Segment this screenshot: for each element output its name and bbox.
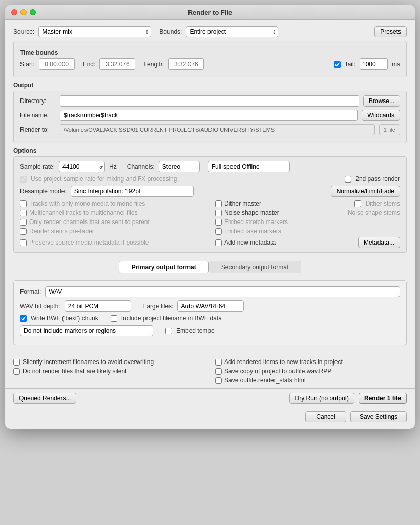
filename-input[interactable]	[60, 110, 358, 121]
add-rendered-checkbox[interactable]	[215, 359, 222, 366]
save-stats-row: Save outfile.render_stats.html	[215, 377, 407, 384]
noise-shape-master-checkbox[interactable]	[215, 210, 222, 216]
source-select[interactable]: Master mix	[38, 26, 151, 37]
save-copy-row: Save copy of project to outfile.wav.RPP	[215, 368, 407, 375]
start-input[interactable]	[39, 58, 75, 70]
secondary-format-tab[interactable]: Secondary output format	[209, 261, 301, 273]
save-stats-label: Save outfile.render_stats.html	[224, 377, 306, 384]
include-project-filename-label: Include project filename in BWF data	[121, 315, 222, 322]
opt-multichannel-checkbox[interactable]	[20, 210, 27, 216]
noise-shape-row: Noise shape master Noise shape stems	[215, 209, 400, 216]
opt-prefader-checkbox[interactable]	[20, 228, 27, 235]
embed-stretch-label: Embed stretch markers	[224, 218, 288, 226]
opt-mono-checkbox[interactable]	[20, 200, 27, 207]
add-metadata-row: Add new metadata Metadata...	[215, 237, 400, 248]
second-pass-checkbox[interactable]	[345, 176, 351, 183]
render-to-row: Render to: /Volumes/OVALJACK SSD/01 CURR…	[20, 124, 400, 135]
silently-increment-label: Silently increment filenames to avoid ov…	[23, 358, 154, 366]
dry-run-button[interactable]: Dry Run (no output)	[289, 393, 354, 404]
add-metadata-label: Add new metadata	[224, 239, 276, 246]
bounds-label: Bounds:	[159, 28, 182, 35]
opt-preserve-checkbox[interactable]	[20, 239, 27, 246]
bounds-select[interactable]: Entire project	[186, 26, 278, 37]
wildcards-button[interactable]: Wildcards	[362, 110, 400, 121]
opt-channels-parent-row: Only render channels that are sent to pa…	[20, 218, 205, 226]
format-select[interactable]: WAV	[45, 286, 400, 297]
presets-button[interactable]: Presets	[374, 26, 407, 37]
queued-renders-button[interactable]: Queued Renders...	[13, 393, 76, 404]
add-metadata-checkbox[interactable]	[215, 239, 222, 246]
dither-stems-checkbox[interactable]	[354, 200, 361, 207]
cancel-button[interactable]: Cancel	[305, 411, 346, 422]
add-rendered-row: Add rendered items to new tracks in proj…	[215, 358, 407, 366]
close-button[interactable]	[11, 9, 17, 15]
large-files-select[interactable]: Auto WAV/RF64	[177, 300, 244, 312]
tail-checkbox[interactable]	[334, 61, 341, 68]
save-settings-button[interactable]: Save Settings	[350, 411, 407, 422]
directory-input[interactable]	[60, 95, 359, 107]
embed-take-checkbox[interactable]	[215, 228, 222, 235]
embed-tempo-checkbox[interactable]	[165, 328, 172, 334]
minimize-button[interactable]	[20, 9, 27, 15]
primary-format-tab[interactable]: Primary output format	[119, 261, 209, 273]
tail-label: Tail:	[345, 60, 355, 68]
use-sample-rate-checkbox[interactable]	[20, 176, 27, 183]
main-content: Source: Master mix Bounds: Entire projec…	[5, 20, 415, 354]
opt-preserve-row: Preserve source media metadata if possib…	[20, 237, 205, 248]
channels-select[interactable]: Stereo	[159, 161, 200, 172]
save-copy-checkbox[interactable]	[215, 368, 222, 375]
sample-rate-label: Sample rate:	[20, 163, 55, 170]
end-input[interactable]	[99, 58, 135, 70]
silently-increment-checkbox[interactable]	[13, 359, 20, 366]
bwf-checkbox[interactable]	[20, 315, 27, 322]
filename-label: File name:	[20, 112, 56, 119]
render-button[interactable]: Render 1 file	[359, 393, 407, 404]
filename-row: File name: Wildcards	[20, 110, 400, 121]
titlebar: Render to File	[5, 5, 415, 20]
length-input[interactable]	[168, 58, 204, 70]
bwf-label: Write BWF ('bext') chunk	[31, 315, 98, 322]
sample-rate-select[interactable]: 44100	[59, 161, 105, 172]
directory-label: Directory:	[20, 97, 56, 105]
use-sample-rate-label: Use project sample rate for mixing and F…	[31, 175, 177, 183]
noise-shape-stems-label: Noise shape stems	[348, 209, 400, 216]
maximize-button[interactable]	[30, 9, 36, 15]
metadata-button[interactable]: Metadata...	[358, 237, 400, 248]
embed-take-label: Embed take markers	[224, 228, 281, 235]
start-label: Start:	[20, 60, 35, 68]
opt-prefader-row: Render stems pre-fader	[20, 228, 205, 235]
render-to-label: Render to:	[20, 126, 56, 133]
opt-prefader-label: Render stems pre-fader	[29, 228, 94, 235]
embed-stretch-checkbox[interactable]	[215, 219, 222, 226]
save-stats-checkbox[interactable]	[215, 377, 222, 384]
speed-select[interactable]: Full-speed Offline	[208, 161, 290, 172]
length-label: Length:	[143, 60, 164, 68]
resample-select[interactable]: Sinc Interpolation: 192pt	[71, 186, 194, 197]
normalize-button[interactable]: Normalize/Limit/Fade	[331, 186, 400, 197]
no-silent-checkbox[interactable]	[13, 368, 20, 375]
opt-channels-parent-checkbox[interactable]	[20, 219, 27, 226]
format-label: Format:	[20, 288, 41, 295]
bottom-section: Silently increment filenames to avoid ov…	[5, 354, 415, 388]
large-files-label: Large files:	[143, 302, 174, 310]
opt-channels-parent-label: Only render channels that are sent to pa…	[29, 218, 150, 226]
include-project-filename-checkbox[interactable]	[111, 315, 117, 322]
markers-select[interactable]: Do not include markers or regions	[20, 325, 153, 336]
save-cancel-row: Cancel Save Settings	[5, 409, 415, 429]
bit-depth-select[interactable]: 24 bit PCM	[65, 300, 131, 312]
resample-row: Resample mode: Sinc Interpolation: 192pt…	[20, 186, 400, 197]
resample-label: Resample mode:	[20, 188, 67, 195]
sample-channels-row: Sample rate: 44100 ▾ Hz Channels: Stereo	[20, 161, 400, 172]
add-rendered-label: Add rendered items to new tracks in proj…	[224, 358, 343, 366]
opt-mono-row: Tracks with only mono media to mono file…	[20, 200, 205, 207]
render-path: /Volumes/OVALJACK SSD/01 CURRENT PROJECT…	[60, 124, 375, 135]
bit-depth-label: WAV bit depth:	[20, 302, 60, 310]
no-silent-row: Do not render files that are likely sile…	[13, 368, 205, 375]
dither-master-label: Dither master	[224, 200, 261, 207]
source-label: Source:	[13, 28, 34, 35]
browse-button[interactable]: Browse...	[363, 95, 400, 107]
opt-preserve-label: Preserve source media metadata if possib…	[29, 239, 149, 246]
dither-master-checkbox[interactable]	[215, 200, 222, 207]
embed-take-row: Embed take markers	[215, 228, 400, 235]
tail-input[interactable]	[360, 58, 388, 70]
